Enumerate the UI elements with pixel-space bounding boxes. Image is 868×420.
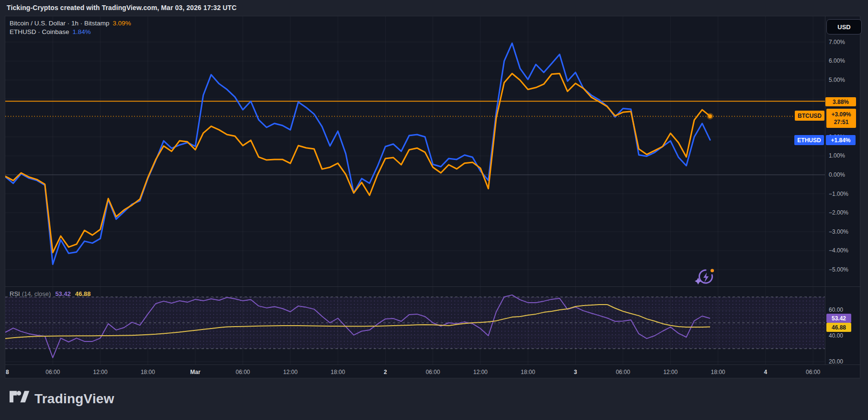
time-axis-tick: 4 [764, 369, 767, 375]
time-axis-tick: 12:00 [663, 369, 678, 375]
legend-row-eth[interactable]: ETHUSD · Coinbase1.84% [10, 28, 131, 36]
currency-toggle-button[interactable]: USD [826, 19, 862, 34]
price-axis-tick: −4.00% [829, 247, 862, 254]
price-axis-tick: 6.00% [829, 57, 862, 64]
rsi-ma-axis-label: 46.88 [826, 323, 851, 332]
time-axis-tick: 18:00 [521, 369, 535, 375]
price-axis-separator [825, 16, 825, 364]
price-axis-tick: 0.00% [829, 171, 862, 178]
rsi-value-axis-label: 53.42 [826, 314, 851, 323]
main-legend: Bitcoin / U.S. Dollar · 1h · Bitstamp3.0… [10, 19, 131, 36]
price-axis-tick: −3.00% [829, 228, 862, 235]
price-axis-tick: −1.00% [829, 191, 862, 197]
time-axis-tick: 06:00 [806, 369, 820, 375]
eth-change-label: 1.84% [73, 28, 91, 35]
tradingview-snapshot: { "header": { "title": "Ticking-Cryptos … [0, 0, 868, 420]
price-axis-tick: −5.00% [829, 266, 862, 273]
time-axis-tick: 06:00 [235, 369, 250, 375]
time-axis-separator [5, 364, 861, 365]
rsi-params-label: (14, close) [22, 290, 51, 297]
time-axis-tick: 06:00 [426, 369, 440, 375]
eth-line [5, 43, 710, 264]
rsi-value-label: 53.42 [55, 290, 71, 297]
btc-change-label: 3.09% [113, 20, 131, 27]
time-axis-tick: 12:00 [283, 369, 298, 375]
time-axis-tick: 06:00 [45, 369, 60, 375]
time-axis-tick: 12:00 [93, 369, 108, 375]
btc-line [5, 74, 710, 253]
price-axis-tick: 1.00% [829, 152, 862, 159]
ethusd-price-label[interactable]: +1.84% [826, 135, 856, 145]
rsi-axis-tick: 60.00 [829, 306, 862, 313]
rsi-name-label: RSI [10, 290, 20, 297]
time-axis-tick: 06:00 [616, 369, 630, 375]
price-axis-tick: 7.00% [829, 39, 862, 45]
price-axis-tick: −2.00% [829, 209, 862, 216]
time-axis-tick-clipped: 8 [6, 369, 9, 375]
legend-row-btc[interactable]: Bitcoin / U.S. Dollar · 1h · Bitstamp3.0… [10, 19, 131, 28]
btcusd-change-value: +3.09% [831, 111, 851, 118]
btcusd-series-tag[interactable]: BTCUSD [795, 111, 824, 121]
snapshot-title: Ticking-Cryptos created with TradingView… [7, 4, 236, 11]
btcusd-price-label[interactable]: +3.09% 27:51 [826, 109, 856, 128]
time-axis-tick: Mar [190, 369, 200, 375]
time-axis-tick: 18:00 [711, 369, 725, 375]
price-axis-tick: 5.00% [829, 77, 862, 83]
chart-card: 7.00%6.00%5.00%2.00%1.00%0.00%−1.00%−2.0… [5, 16, 860, 378]
main-price-pane[interactable] [5, 16, 861, 286]
tradingview-brand[interactable]: TradingView [10, 390, 114, 408]
time-axis-tick: 18:00 [331, 369, 345, 375]
rsi-ma-value-label: 46.88 [75, 290, 91, 297]
rsi-legend[interactable]: RSI(14, close)53.4246.88 [10, 290, 90, 297]
time-axis-tick: 2 [384, 369, 387, 375]
btc-symbol-label: Bitcoin / U.S. Dollar · 1h · Bitstamp [10, 20, 110, 27]
btcusd-bar-countdown: 27:51 [834, 118, 849, 126]
tradingview-logo-icon [10, 390, 30, 408]
level-line-price-label[interactable]: 3.88% [825, 97, 856, 106]
rsi-axis-tick: 40.00 [829, 332, 862, 339]
ethusd-series-tag[interactable]: ETHUSD [794, 135, 824, 145]
time-axis-tick: 18:00 [141, 369, 155, 375]
time-axis-tick: 12:00 [473, 369, 488, 375]
eth-symbol-label: ETHUSD · Coinbase [10, 28, 69, 35]
snapshot-sparkle-icon [695, 269, 714, 284]
btc-last-point-dot [708, 114, 712, 118]
rsi-axis-tick: 20.00 [829, 358, 862, 365]
tradingview-logo-text: TradingView [34, 391, 114, 407]
rsi-pane[interactable] [5, 287, 861, 364]
time-axis-tick: 3 [574, 369, 577, 375]
